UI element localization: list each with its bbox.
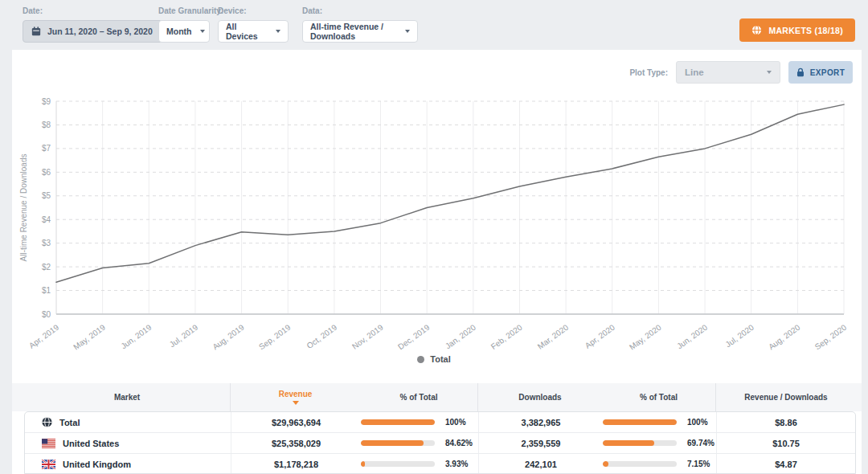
downloads-share-label: 7.15% — [687, 460, 710, 468]
market-name: United States — [63, 439, 119, 448]
table-row-united-states[interactable]: United States $25,358,029 84.62% 2,359,5… — [25, 433, 855, 454]
chevron-down-icon — [200, 30, 205, 33]
chart-legend: Total — [0, 354, 868, 364]
date-range-value: Jun 11, 2020 – Sep 9, 2020 — [47, 27, 153, 36]
chart-controls: Plot Type: Line EXPORT — [629, 61, 853, 84]
plot-type-value: Line — [685, 67, 704, 77]
chevron-down-icon — [767, 71, 772, 74]
downloads-value: 2,359,559 — [479, 433, 603, 453]
market-table-body: Total $29,963,694 100% 3,382,965 100% $8… — [24, 411, 856, 474]
granularity-filter-group: Date Granularity: Month — [158, 6, 223, 43]
device-label: Device: — [218, 6, 289, 15]
table-row-total[interactable]: Total $29,963,694 100% 3,382,965 100% $8… — [25, 412, 855, 433]
downloads-share-bar — [603, 419, 677, 425]
data-value: All-time Revenue / Downloads — [310, 22, 397, 41]
revenue-share-label: 100% — [445, 418, 466, 427]
column-header-revenue-label: Revenue — [279, 390, 313, 398]
date-label: Date: — [23, 6, 181, 15]
revenue-share-bar — [361, 419, 435, 425]
downloads-share-bar — [603, 440, 677, 446]
market-name: United Kingdom — [63, 460, 131, 469]
chevron-down-icon — [276, 30, 280, 33]
analytics-dashboard: { "toolbar": { "date": { "label": "Date:… — [0, 0, 868, 474]
column-header-downloads[interactable]: Downloads — [478, 383, 602, 411]
revenue-value: $29,963,694 — [231, 412, 361, 432]
date-range-button[interactable]: Jun 11, 2020 – Sep 9, 2020 ••• — [23, 20, 181, 43]
markets-button[interactable]: MARKETS (18/18) — [739, 18, 855, 42]
lock-icon — [796, 67, 805, 77]
revenue-per-download-value: $10.75 — [717, 433, 855, 453]
granularity-select[interactable]: Month — [158, 20, 210, 43]
markets-button-label: MARKETS (18/18) — [768, 26, 843, 35]
uk-flag-icon — [42, 460, 55, 469]
globe-icon — [751, 25, 762, 35]
plot-type-label: Plot Type: — [629, 68, 668, 77]
market-name: Total — [59, 418, 80, 427]
column-header-market[interactable]: Market — [24, 383, 231, 411]
device-value: All Devices — [226, 22, 268, 41]
downloads-share-bar — [603, 461, 677, 467]
market-table-header: Market Revenue % of Total Downloads % of… — [12, 383, 862, 411]
export-button[interactable]: EXPORT — [788, 61, 853, 84]
data-label: Data: — [302, 6, 418, 15]
globe-icon — [42, 417, 52, 427]
revenue-share-bar — [361, 461, 435, 467]
chevron-down-icon — [405, 30, 410, 33]
downloads-share-label: 100% — [687, 418, 708, 427]
export-button-label: EXPORT — [810, 68, 845, 77]
device-select[interactable]: All Devices — [218, 20, 289, 43]
revenue-share-label: 3.93% — [445, 460, 468, 468]
column-header-downloads-share[interactable]: % of Total — [602, 383, 716, 411]
granularity-label: Date Granularity: — [158, 6, 223, 15]
revenue-value: $1,178,218 — [231, 454, 361, 474]
column-header-revenue-per-download[interactable]: Revenue / Downloads — [716, 383, 856, 411]
device-filter-group: Device: All Devices — [218, 6, 289, 43]
sort-desc-icon — [293, 401, 299, 405]
revenue-per-download-value: $4.87 — [717, 454, 855, 474]
data-filter-group: Data: All-time Revenue / Downloads — [302, 6, 418, 43]
plot-type-select[interactable]: Line — [676, 61, 780, 84]
revenue-value: $25,358,029 — [231, 433, 361, 453]
column-header-revenue-share[interactable]: % of Total — [360, 383, 478, 411]
legend-label: Total — [430, 354, 450, 364]
downloads-value: 242,101 — [479, 454, 603, 474]
downloads-share-label: 69.74% — [687, 439, 714, 447]
revenue-share-bar — [361, 440, 435, 446]
date-filter-group: Date: Jun 11, 2020 – Sep 9, 2020 ••• — [23, 6, 181, 43]
calendar-icon — [31, 27, 41, 36]
legend-item-total[interactable]: Total — [417, 354, 450, 364]
us-flag-icon — [42, 439, 55, 448]
table-row-united-kingdom[interactable]: United Kingdom $1,178,218 3.93% 242,101 … — [25, 454, 855, 474]
granularity-value: Month — [166, 27, 192, 36]
legend-dot-icon — [417, 356, 424, 363]
column-header-revenue[interactable]: Revenue — [231, 383, 360, 411]
data-select[interactable]: All-time Revenue / Downloads — [302, 20, 418, 43]
revenue-share-label: 84.62% — [445, 439, 473, 447]
revenue-per-download-value: $8.86 — [717, 412, 855, 432]
downloads-value: 3,382,965 — [479, 412, 603, 432]
